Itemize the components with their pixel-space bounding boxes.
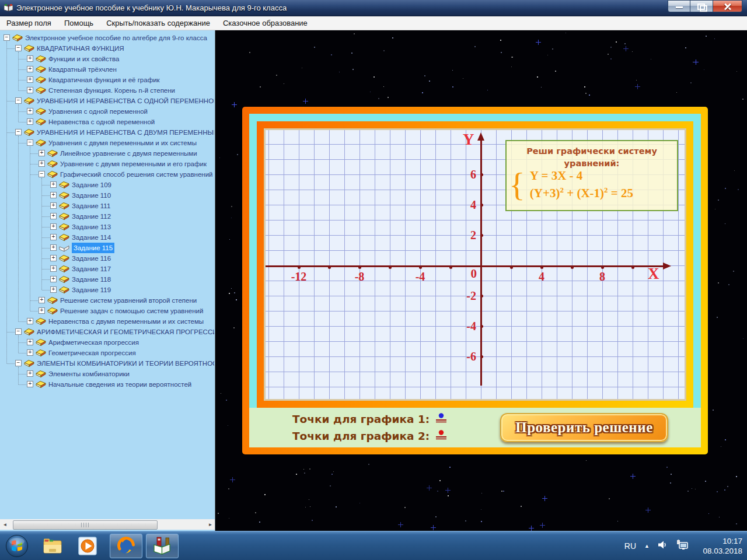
tree-expand-box[interactable]: + xyxy=(50,276,57,282)
tree-expand-box[interactable]: + xyxy=(39,307,45,314)
horizontal-scrollbar[interactable]: ◄ ► xyxy=(0,519,215,530)
tree-item[interactable]: −АРИФМЕТИЧЕСКАЯ И ГЕОМЕТРИЧЕСКАЯ ПРОГРЕС… xyxy=(0,327,214,337)
tree-item[interactable]: −КВАДРАТИЧНАЯ ФУНКЦИЯ xyxy=(0,43,214,54)
tree-expand-box[interactable]: + xyxy=(27,349,33,356)
tree-expand-box[interactable]: + xyxy=(27,66,33,72)
tree-collapse-box[interactable]: − xyxy=(15,360,22,366)
tree-item[interactable]: −ЭЛЕМЕНТЫ КОМБИНАТОРИКИ И ТЕОРИИ ВЕРОЯТН… xyxy=(0,358,214,369)
tree-expand-box[interactable]: + xyxy=(27,318,33,324)
tree-guide-stub xyxy=(7,332,15,332)
tree-item[interactable]: +Задание 117 xyxy=(0,264,214,274)
tree-expand-box[interactable]: + xyxy=(39,297,45,303)
menu-item-field-size[interactable]: Размер поля xyxy=(0,16,58,30)
y-axis-tick xyxy=(480,355,483,358)
tree-item[interactable]: −УРАВНЕНИЯ И НЕРАВЕНСТВА С ДВУМЯ ПЕРЕМЕН… xyxy=(0,127,214,138)
tree-expand-box[interactable]: + xyxy=(50,192,57,198)
tree-expand-box[interactable]: + xyxy=(27,76,33,83)
tree-item[interactable]: +Задание 111 xyxy=(0,201,214,211)
scrollbar-thumb[interactable] xyxy=(13,520,158,530)
volume-icon[interactable] xyxy=(658,540,668,552)
tree-item[interactable]: −Уравнения с двумя переменными и их сист… xyxy=(0,138,214,148)
tree-item[interactable]: +Функции и их свойства xyxy=(0,54,214,64)
tree-expand-box[interactable]: + xyxy=(27,381,33,387)
tree-collapse-box[interactable]: − xyxy=(15,45,22,51)
tree-expand-box[interactable]: + xyxy=(27,370,33,377)
clock[interactable]: 10:17 08.03.2018 xyxy=(697,536,742,556)
tree-expand-box[interactable]: + xyxy=(27,108,33,114)
tree-item[interactable]: +Задание 118 xyxy=(0,274,214,285)
tray-expand-icon[interactable]: ▲ xyxy=(644,543,650,549)
minimize-button[interactable] xyxy=(668,0,690,12)
tree-expand-box[interactable]: + xyxy=(39,150,45,156)
tree-expand-box[interactable]: + xyxy=(27,87,33,93)
tree-collapse-box[interactable]: − xyxy=(15,97,22,104)
y-axis-tick xyxy=(480,325,483,328)
tree-collapse-box[interactable]: − xyxy=(4,34,10,41)
tree-item[interactable]: +Задание 115 xyxy=(0,243,214,253)
tree-item[interactable]: +Квадратичная функция и её график xyxy=(0,75,214,85)
tree-expand-box[interactable]: + xyxy=(39,160,45,167)
tree-item[interactable]: +Задание 109 xyxy=(0,180,214,190)
check-solution-button[interactable]: Проверить решение xyxy=(500,413,668,442)
tree-item[interactable]: +Задание 116 xyxy=(0,253,214,264)
coordinate-grid[interactable]: X Y 0 Реши графически систему уравнений: xyxy=(266,130,685,399)
points-graph2-label: Точки для графика 2: xyxy=(292,430,430,442)
scrollbar-grip xyxy=(81,523,89,527)
tree-expand-box[interactable]: + xyxy=(50,213,57,219)
tree-item[interactable]: −Электронное учебное пособие по алгебре … xyxy=(0,33,214,43)
x-axis-tick xyxy=(449,266,452,269)
tree-item[interactable]: +Степенная функция. Корень n-й степени xyxy=(0,85,214,96)
scrollbar-track[interactable] xyxy=(10,519,205,530)
tree-guide-stub xyxy=(42,258,50,259)
tree-item[interactable]: −УРАВНЕНИЯ И НЕРАВЕНСТВА С ОДНОЙ ПЕРЕМЕН… xyxy=(0,96,214,106)
tree-guide-line xyxy=(30,146,30,311)
tree-item[interactable]: +Задание 119 xyxy=(0,285,214,295)
tree-expand-box[interactable]: + xyxy=(50,244,57,251)
tree-collapse-box[interactable]: − xyxy=(15,129,22,135)
tree-item[interactable]: +Неравенства с одной переменной xyxy=(0,117,214,127)
tree-expand-box[interactable]: + xyxy=(27,55,33,62)
tree-collapse-box[interactable]: − xyxy=(27,139,33,146)
tree-item[interactable]: +Задание 114 xyxy=(0,232,214,243)
tree-expand-box[interactable]: + xyxy=(50,181,57,188)
tree-guide-stub xyxy=(42,195,50,196)
tree-expand-box[interactable]: + xyxy=(50,202,57,209)
tree-item[interactable]: +Геометрическая прогрессия xyxy=(0,348,214,358)
tree-item[interactable]: +Уравнения с одной переменной xyxy=(0,106,214,117)
tree-item[interactable]: +Начальные сведения из теории вероятност… xyxy=(0,379,214,390)
tree-item-label: Степенная функция. Корень n-й степени xyxy=(48,85,175,96)
tree-item[interactable]: +Задание 110 xyxy=(0,190,214,201)
tree-expand-box[interactable]: + xyxy=(27,339,33,345)
tree-expand-box[interactable]: + xyxy=(27,118,33,125)
restore-button[interactable] xyxy=(690,0,713,12)
language-indicator[interactable]: RU xyxy=(624,541,636,551)
scroll-right-button[interactable]: ► xyxy=(205,519,215,530)
tree-expand-box[interactable]: + xyxy=(50,223,57,230)
tree-expand-box[interactable]: + xyxy=(50,265,57,272)
tree-guide-line xyxy=(18,136,19,321)
menu-item-fairytale-education[interactable]: Сказочное образование xyxy=(217,16,314,30)
tree-item[interactable]: +Неравенства с двумя переменными и их си… xyxy=(0,316,214,327)
network-icon[interactable] xyxy=(676,540,689,552)
menu-item-toggle-contents[interactable]: Скрыть/показать содержание xyxy=(100,16,217,30)
tree-item[interactable]: +Арифметическая прогрессия xyxy=(0,337,214,348)
tree-expand-box[interactable]: + xyxy=(50,286,57,293)
tree-guide-line xyxy=(18,52,19,90)
start-button[interactable] xyxy=(5,534,29,558)
tree-expand-box[interactable]: + xyxy=(50,234,57,240)
taskbar: RU ▲ 10:17 08.03.2018 xyxy=(0,531,747,560)
tree-item[interactable]: +Квадратный трёхчлен xyxy=(0,64,214,75)
menu-item-help[interactable]: Помощь xyxy=(58,16,100,30)
tree-item[interactable]: +Элементы комбинаторики xyxy=(0,369,214,379)
tree-expand-box[interactable]: + xyxy=(50,255,57,261)
media-player-taskbar-icon[interactable] xyxy=(75,534,100,558)
textbook-app-taskbar-button[interactable] xyxy=(146,534,179,558)
explorer-taskbar-icon[interactable] xyxy=(40,534,65,558)
scroll-left-button[interactable]: ◄ xyxy=(0,519,10,530)
tree-item[interactable]: +Задание 113 xyxy=(0,222,214,232)
tree-collapse-box[interactable]: − xyxy=(15,328,22,335)
tree-collapse-box[interactable]: − xyxy=(39,171,45,177)
close-button[interactable] xyxy=(713,0,742,12)
firefox-taskbar-button[interactable] xyxy=(110,534,142,558)
tree-item[interactable]: +Задание 112 xyxy=(0,211,214,222)
